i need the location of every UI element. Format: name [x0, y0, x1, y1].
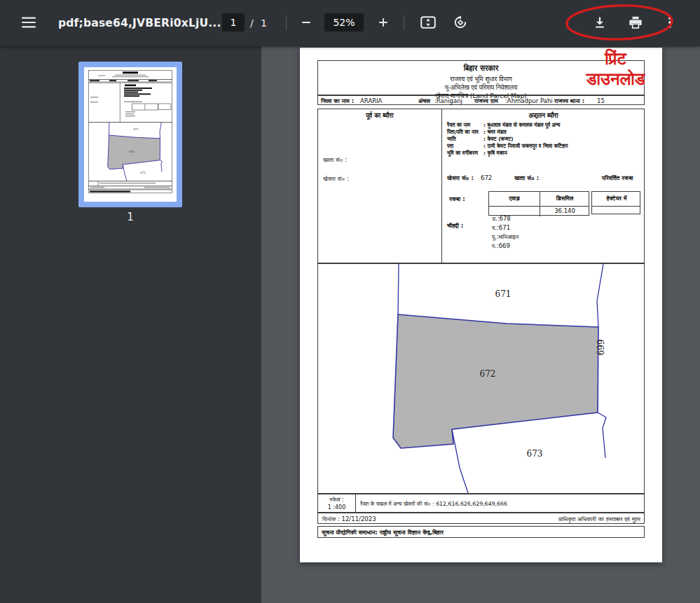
curr-details-title: अद्यतन ब्यौरा	[441, 112, 645, 120]
thana-value: 15	[597, 97, 605, 104]
plot-label-671: 671	[495, 289, 512, 299]
curr-khata-label: खाता सं० :	[514, 174, 539, 182]
footer-box: सूचना प्रौद्योगिकी समाधान: राष्ट्रीय सूच…	[317, 526, 645, 538]
page-number-input[interactable]: 1	[222, 13, 245, 32]
caste-value: : केवट (कजट)	[483, 136, 514, 142]
caste-label: जाति	[447, 136, 456, 142]
boundary-line-north	[398, 264, 399, 314]
hectare-table: हेक्टेयर में	[591, 191, 640, 214]
chauhaddi-label: चौहद्दी :	[447, 222, 463, 230]
toolbar-separator	[286, 15, 287, 30]
chauhaddi-west: प.:669	[492, 242, 510, 250]
print-icon	[629, 15, 643, 29]
print-button[interactable]	[624, 11, 647, 34]
hectare-header: हेक्टेयर में	[592, 195, 641, 202]
curr-khesra-value: 672	[481, 174, 492, 181]
page-separator: /	[250, 0, 254, 46]
plus-icon	[377, 16, 390, 29]
scale-row: स्केल : 1 :400 रैयत के दखल में अन्य खेसर…	[317, 494, 645, 513]
decimal-header: डिसमिल	[540, 195, 590, 202]
thumbnail-page: 671672673	[84, 67, 177, 202]
toolbar-separator	[404, 15, 404, 30]
doc-info-row: जिला का नाम : ARARIA अंचल :Raniganj राजस…	[317, 95, 645, 105]
thumbnail-miniature: 671672673	[84, 67, 177, 202]
parcel-672-shape	[393, 314, 598, 448]
footer-text: सूचना प्रौद्योगिकी समाधान: राष्ट्रीय सूच…	[322, 529, 444, 536]
minus-icon	[300, 16, 313, 29]
decimal-value: 36.140	[540, 207, 590, 214]
more-options-button[interactable]	[658, 11, 682, 34]
doc-header-box: बिहार सरकार राजस्व एवं भूमि सुधार विभाग …	[317, 60, 645, 95]
village-label: राजस्व ग्राम	[474, 97, 498, 105]
boundary-line-south	[452, 429, 468, 493]
fit-to-page-button[interactable]	[416, 11, 440, 34]
pdf-page: बिहार सरकार राजस्व एवं भूमि सुधार विभाग …	[300, 48, 662, 562]
curr-khesra-label: खेसरा सं० :	[447, 174, 474, 182]
download-icon	[593, 15, 607, 29]
zoom-out-button[interactable]	[294, 11, 318, 34]
signature-label: प्राधिकृत अधिकारी का हस्ताक्षर एवं मुहर	[558, 515, 640, 523]
thana-label: राजस्व थाना :	[554, 97, 584, 105]
more-vert-icon	[663, 15, 677, 29]
doc-dept-line: राजस्व एवं भूमि सुधार विभाग	[318, 76, 644, 83]
raiyat-name-value: : बुधलाल मंडल वो कमलफ मंडल पूर्व अन्य	[483, 122, 560, 128]
plot-label-673: 673	[527, 449, 543, 459]
scale-label: स्केल :	[318, 497, 355, 504]
rakba-label: रकबा :	[449, 195, 465, 203]
scale-value: 1 :400	[318, 504, 355, 511]
thumbnail-page-number: 1	[78, 211, 182, 223]
father-name-value: : चमर मंडल	[483, 129, 507, 135]
date-row: दिनांक : 12/11/2023 प्राधिकृत अधिकारी का…	[317, 513, 645, 524]
rotate-ccw-icon	[453, 15, 467, 29]
anchal-value: :Raniganj	[434, 97, 462, 104]
zoom-level-display: 52%	[324, 13, 364, 32]
thumbnail-sidebar: 671672673 1	[0, 46, 261, 603]
land-class-label: भूमि का वर्गीकरण	[447, 150, 478, 156]
prev-khata-label: खाता सं० :	[323, 156, 347, 164]
plot-label-672: 672	[480, 369, 496, 379]
date-value: दिनांक : 12/11/2023	[322, 515, 376, 523]
zoom-in-button[interactable]	[371, 11, 395, 34]
menu-button[interactable]	[17, 11, 41, 34]
district-label: जिला का नाम :	[321, 97, 354, 105]
hamburger-icon	[22, 17, 36, 28]
pdf-viewer-window: pdf;base64,JVBERi0xLjU... 1 / 1 52%	[0, 0, 700, 603]
doc-title: बिहार सरकार	[318, 64, 644, 73]
father-name-label: पिता/पति का नाम	[447, 129, 479, 135]
district-value: ARARIA	[360, 97, 382, 104]
other-khesra-note: रैयत के दखल में अन्य खेसरों की सं० : 612…	[360, 501, 507, 508]
column-divider	[441, 109, 442, 264]
land-class-value: : कृषि मकान	[483, 150, 507, 156]
chauhaddi-south: द.:671	[492, 224, 510, 232]
chauhaddi-north: उ.:678	[492, 215, 511, 223]
address-value: : ग्रामी केवट निवासी फकतपुर व जिला कटिहा…	[483, 143, 568, 149]
prev-details-title: पूर्व का ब्यौरा	[318, 112, 441, 120]
chauhaddi-east: पू.:थनिआइन	[492, 233, 519, 241]
prev-khesra-label: खेसरा सं० :	[323, 175, 349, 183]
raiyat-name-label: रैयत का नाम	[447, 122, 470, 128]
area-table: एकड़ डिसमिल 36.140	[488, 191, 589, 216]
rotate-button[interactable]	[448, 11, 472, 34]
doc-directorate-line: भू-अभिलेख एवं परिमाप निदेशालय	[318, 84, 644, 92]
address-label: पता	[447, 143, 453, 149]
svg-text:671: 671	[133, 127, 139, 131]
anchal-label: अंचल	[418, 97, 430, 105]
converted-area-label: परिवर्तित रकबा	[602, 174, 633, 182]
parcel-map: 671 672 669 673	[318, 264, 644, 493]
parcel-map-box: 671 672 669 673	[317, 263, 645, 494]
download-button[interactable]	[588, 11, 612, 34]
village-value: :Ahmadpur Pahi	[505, 97, 553, 104]
fit-page-icon	[420, 16, 436, 29]
page-total: 1	[261, 0, 267, 46]
document-title: pdf;base64,JVBERi0xLjU...	[58, 0, 221, 46]
svg-text:673: 673	[140, 171, 146, 174]
doc-details-box: पूर्व का ब्यौरा खाता सं० : खेसरा सं० : अ…	[317, 109, 645, 263]
svg-text:672: 672	[129, 150, 135, 153]
boundary-line-southeast	[598, 413, 606, 458]
acre-header: एकड़	[489, 195, 540, 202]
pdf-toolbar: pdf;base64,JVBERi0xLjU... 1 / 1 52%	[0, 0, 700, 46]
plot-label-669: 669	[595, 340, 605, 356]
page-thumbnail[interactable]: 671672673	[78, 62, 182, 207]
boundary-line-east	[597, 264, 603, 327]
